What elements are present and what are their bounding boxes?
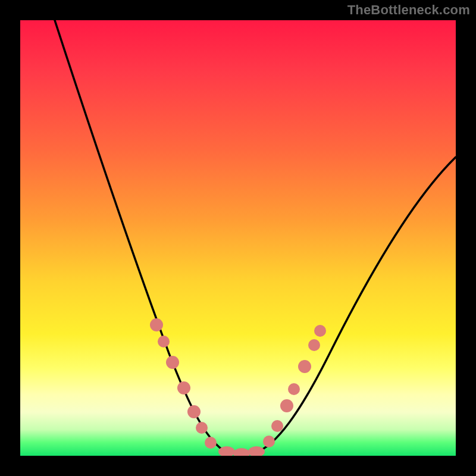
chart-frame: TheBottleneck.com — [0, 0, 476, 476]
attribution-text: TheBottleneck.com — [347, 2, 470, 18]
plot-area — [20, 20, 456, 456]
